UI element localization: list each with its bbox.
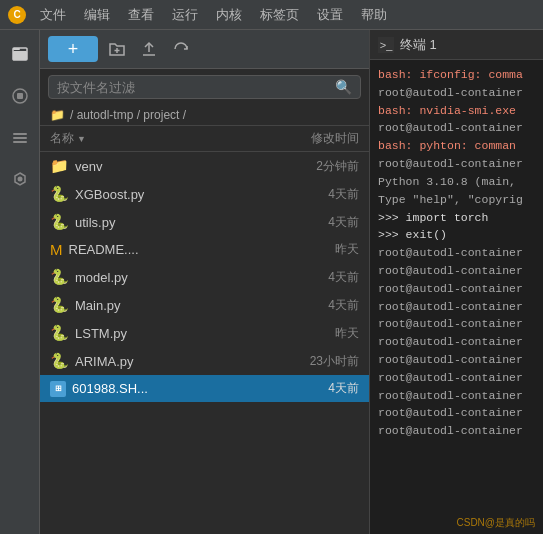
- sidebar-item-files[interactable]: [4, 38, 36, 70]
- list-item[interactable]: 🐍 ARIMA.py 23小时前: [40, 347, 369, 375]
- menu-tabs[interactable]: 标签页: [252, 4, 307, 26]
- file-name-area: 🐍 XGBoost.py: [50, 185, 328, 203]
- list-item[interactable]: M README.... 昨天: [40, 236, 369, 263]
- file-toolbar: +: [40, 30, 369, 69]
- file-name-area: 🐍 utils.py: [50, 213, 328, 231]
- menu-edit[interactable]: 编辑: [76, 4, 118, 26]
- menu-run[interactable]: 运行: [164, 4, 206, 26]
- watermark: CSDN@是真的吗: [457, 516, 536, 530]
- terminal-line: root@autodl-container: [378, 262, 535, 280]
- search-icon: 🔍: [335, 79, 352, 95]
- python-icon: 🐍: [50, 185, 69, 203]
- file-name-area: 🐍 model.py: [50, 268, 328, 286]
- svg-rect-7: [13, 141, 27, 143]
- breadcrumb-folder-icon: 📁: [50, 108, 65, 122]
- terminal-line: root@autodl-container: [378, 315, 535, 333]
- menu-settings[interactable]: 设置: [309, 4, 351, 26]
- list-item[interactable]: 📁 venv 2分钟前: [40, 152, 369, 180]
- terminal-line: root@autodl-container: [378, 244, 535, 262]
- menu-help[interactable]: 帮助: [353, 4, 395, 26]
- list-item[interactable]: ⊞ 601988.SH... 4天前: [40, 375, 369, 402]
- sidebar-item-list[interactable]: [4, 122, 36, 154]
- readme-icon: M: [50, 241, 63, 258]
- file-time: 4天前: [328, 269, 359, 286]
- menu-kernel[interactable]: 内核: [208, 4, 250, 26]
- file-name-area: M README....: [50, 241, 335, 258]
- file-name: model.py: [75, 270, 128, 285]
- terminal-line: bash: ifconfig: comma: [378, 66, 535, 84]
- file-name: LSTM.py: [75, 326, 127, 341]
- file-name: 601988.SH...: [72, 381, 148, 396]
- python-icon: 🐍: [50, 213, 69, 231]
- header-name: 名称: [50, 130, 74, 147]
- file-name: Main.py: [75, 298, 121, 313]
- new-file-button[interactable]: +: [48, 36, 98, 62]
- terminal-line: root@autodl-container: [378, 155, 535, 173]
- list-item[interactable]: 🐍 model.py 4天前: [40, 263, 369, 291]
- python-icon: 🐍: [50, 268, 69, 286]
- terminal-line: root@autodl-container: [378, 369, 535, 387]
- sort-icon: ▼: [77, 134, 86, 144]
- file-name-area: 📁 venv: [50, 157, 316, 175]
- python-icon: 🐍: [50, 352, 69, 370]
- python-icon: 🐍: [50, 296, 69, 314]
- list-item[interactable]: 🐍 Main.py 4天前: [40, 291, 369, 319]
- svg-rect-2: [13, 51, 27, 60]
- title-bar: C 文件 编辑 查看 运行 内核 标签页 设置 帮助: [0, 0, 543, 30]
- list-item[interactable]: 🐍 XGBoost.py 4天前: [40, 180, 369, 208]
- terminal-line: root@autodl-container: [378, 351, 535, 369]
- file-panel: +: [40, 30, 370, 534]
- file-name: ARIMA.py: [75, 354, 134, 369]
- svg-rect-4: [17, 93, 23, 99]
- folder-icon: 📁: [50, 157, 69, 175]
- file-time: 23小时前: [310, 353, 359, 370]
- terminal-icon: >_: [378, 37, 394, 53]
- file-time: 4天前: [328, 186, 359, 203]
- terminal-line: root@autodl-container: [378, 298, 535, 316]
- menu-view[interactable]: 查看: [120, 4, 162, 26]
- file-name-area: ⊞ 601988.SH...: [50, 381, 328, 397]
- refresh-button[interactable]: [168, 36, 194, 62]
- file-name-area: 🐍 Main.py: [50, 296, 328, 314]
- terminal-content[interactable]: bash: ifconfig: commaroot@autodl-contain…: [370, 60, 543, 534]
- file-name: XGBoost.py: [75, 187, 144, 202]
- terminal-line: root@autodl-container: [378, 387, 535, 405]
- csv-icon: ⊞: [50, 381, 66, 397]
- file-time: 4天前: [328, 380, 359, 397]
- terminal-line: root@autodl-container: [378, 333, 535, 351]
- list-item[interactable]: 🐍 utils.py 4天前: [40, 208, 369, 236]
- search-bar: 🔍: [48, 75, 361, 99]
- search-input[interactable]: [57, 80, 335, 95]
- file-name-area: 🐍 ARIMA.py: [50, 352, 310, 370]
- upload-button[interactable]: [136, 36, 162, 62]
- header-time: 修改时间: [311, 130, 359, 147]
- file-name: utils.py: [75, 215, 115, 230]
- terminal-line: >>> import torch: [378, 209, 535, 227]
- terminal-line: root@autodl-container: [378, 422, 535, 440]
- terminal-line: Type "help", "copyrig: [378, 191, 535, 209]
- menu-bar: 文件 编辑 查看 运行 内核 标签页 设置 帮助: [32, 4, 395, 26]
- breadcrumb-path: / autodl-tmp / project /: [70, 108, 186, 122]
- sidebar-item-extensions[interactable]: [4, 164, 36, 196]
- file-list: 📁 venv 2分钟前 🐍 XGBoost.py 4天前 🐍 utils.py …: [40, 152, 369, 534]
- terminal-line: bash: nvidia-smi.exe: [378, 102, 535, 120]
- terminal-line: root@autodl-container: [378, 404, 535, 422]
- menu-file[interactable]: 文件: [32, 4, 74, 26]
- terminal-line: root@autodl-container: [378, 84, 535, 102]
- main-layout: +: [0, 30, 543, 534]
- terminal-panel: >_ 终端 1 bash: ifconfig: commaroot@autodl…: [370, 30, 543, 534]
- new-folder-button[interactable]: [104, 36, 130, 62]
- terminal-line: root@autodl-container: [378, 280, 535, 298]
- list-item[interactable]: 🐍 LSTM.py 昨天: [40, 319, 369, 347]
- terminal-line: Python 3.10.8 (main,: [378, 173, 535, 191]
- file-time: 4天前: [328, 214, 359, 231]
- breadcrumb: 📁 / autodl-tmp / project /: [40, 105, 369, 126]
- python-icon: 🐍: [50, 324, 69, 342]
- file-list-header: 名称 ▼ 修改时间: [40, 126, 369, 152]
- file-time: 昨天: [335, 325, 359, 342]
- sidebar-item-stop[interactable]: [4, 80, 36, 112]
- file-name: README....: [69, 242, 139, 257]
- terminal-tab[interactable]: >_ 终端 1: [370, 30, 543, 60]
- file-time: 4天前: [328, 297, 359, 314]
- svg-point-8: [17, 177, 22, 182]
